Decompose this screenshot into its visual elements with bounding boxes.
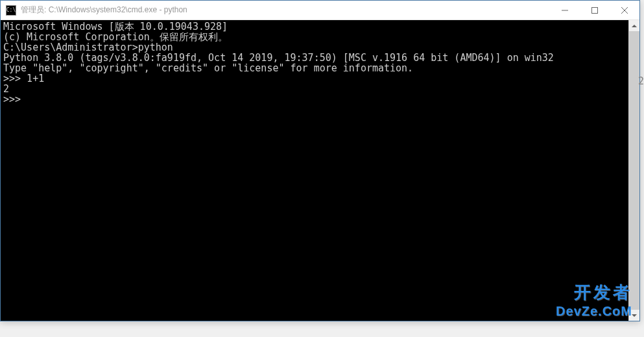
svg-rect-1: [592, 8, 598, 14]
console-area: Microsoft Windows [版本 10.0.19043.928](c)…: [1, 20, 639, 321]
maximize-button[interactable]: [580, 1, 610, 20]
scroll-up-button[interactable]: [629, 20, 639, 31]
console-line: 2: [3, 84, 626, 94]
chevron-up-icon: [632, 25, 637, 27]
titlebar[interactable]: C:\ 管理员: C:\Windows\system32\cmd.exe - p…: [1, 1, 639, 20]
close-button[interactable]: [610, 1, 639, 20]
minimize-button[interactable]: [550, 1, 580, 20]
scroll-down-button[interactable]: [629, 310, 639, 321]
window-title: 管理员: C:\Windows\system32\cmd.exe - pytho…: [19, 5, 550, 16]
minimize-icon: [562, 7, 568, 14]
console-line: (c) Microsoft Corporation。保留所有权利。: [3, 32, 626, 42]
scroll-thumb[interactable]: [629, 31, 639, 310]
console-line: Python 3.8.0 (tags/v3.8.0:fa919fd, Oct 1…: [3, 53, 626, 63]
edge-character: 2: [638, 75, 644, 87]
console-output[interactable]: Microsoft Windows [版本 10.0.19043.928](c)…: [1, 20, 628, 321]
console-line: Microsoft Windows [版本 10.0.19043.928]: [3, 21, 626, 32]
window-icon: C:\: [6, 5, 16, 16]
svg-marker-4: [632, 25, 637, 27]
vertical-scrollbar[interactable]: [628, 20, 639, 321]
scroll-track[interactable]: [629, 31, 639, 310]
maximize-icon: [591, 7, 598, 14]
window-controls: [550, 1, 639, 19]
chevron-down-icon: [632, 314, 637, 317]
console-line: C:\Users\Administrator>python: [3, 42, 626, 53]
console-line: >>> 1+1: [3, 73, 626, 84]
console-line: >>>: [3, 94, 626, 105]
cmd-window: C:\ 管理员: C:\Windows\system32\cmd.exe - p…: [0, 0, 640, 321]
console-line: Type "help", "copyright", "credits" or "…: [3, 63, 626, 73]
close-icon: [621, 7, 628, 14]
svg-marker-5: [632, 314, 637, 317]
